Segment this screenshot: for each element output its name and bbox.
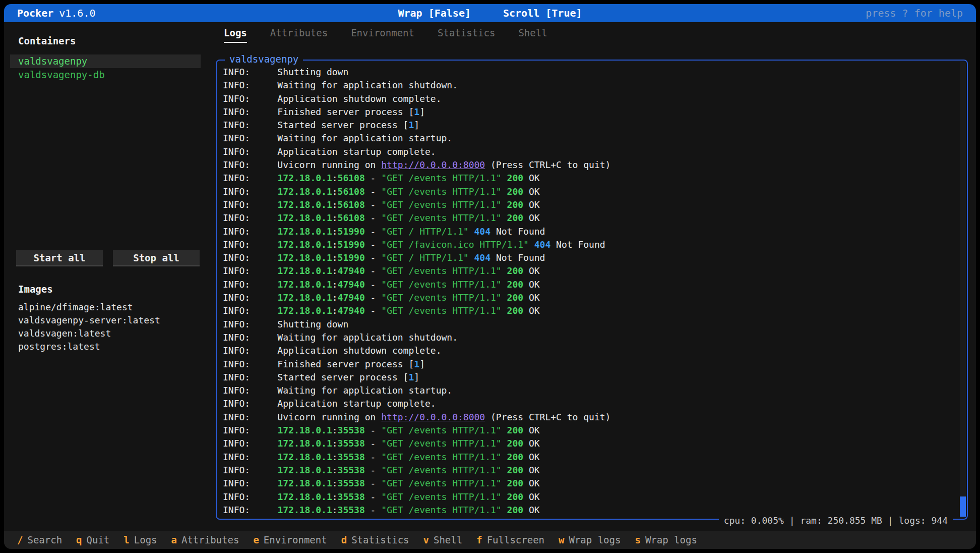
tab-bar: LogsAttributesEnvironmentStatisticsShell — [224, 27, 547, 43]
log-line: INFO: 172.18.0.1:56108 - "GET /events HT… — [223, 211, 956, 225]
key-label: Shell — [434, 534, 462, 545]
footer-key-0-search[interactable]: /Search — [17, 534, 62, 545]
images-heading: Images — [18, 284, 53, 295]
log-line: INFO: 172.18.0.1:35538 - "GET /events HT… — [223, 437, 956, 450]
wrap-toggle[interactable]: Wrap [False] — [398, 7, 471, 19]
header-right: press ? for help — [582, 7, 963, 19]
log-line: INFO: Waiting for application startup. — [223, 132, 956, 145]
footer-keybar: /SearchqQuitlLogsaAttributeseEnvironment… — [4, 531, 976, 549]
key-label: Environment — [264, 534, 327, 545]
key-label: Quit — [87, 534, 110, 545]
image-item[interactable]: alpine/dfimage:latest — [18, 301, 202, 314]
footer-key-7-fullscreen[interactable]: fFullscreen — [476, 534, 544, 545]
key-glyph: / — [17, 534, 23, 545]
log-line: INFO: 172.18.0.1:56108 - "GET /events HT… — [223, 172, 956, 185]
app-title: Pocker — [17, 7, 53, 19]
key-glyph: s — [635, 534, 640, 545]
log-panel-title: valdsvagenpy — [225, 53, 303, 65]
log-line: INFO: 172.18.0.1:35538 - "GET /events HT… — [223, 451, 956, 464]
log-line: INFO: 172.18.0.1:51990 - "GET / HTTP/1.1… — [223, 225, 956, 238]
containers-heading: Containers — [18, 35, 76, 46]
scroll-toggle[interactable]: Scroll [True] — [503, 7, 582, 19]
log-line: INFO: Waiting for application startup. — [223, 384, 956, 397]
scrollbar-thumb[interactable] — [960, 496, 966, 517]
header-left: Pocker v1.6.0 — [17, 7, 398, 19]
log-scrollbar[interactable] — [960, 62, 966, 518]
key-glyph: f — [476, 534, 482, 545]
key-glyph: d — [341, 534, 347, 545]
key-label: Wrap logs — [569, 534, 621, 545]
log-line: INFO: Finished server process [1] — [223, 358, 956, 371]
log-line: INFO: 172.18.0.1:51990 - "GET / HTTP/1.1… — [223, 251, 956, 264]
app-version: v1.6.0 — [59, 7, 95, 19]
footer-key-1-quit[interactable]: qQuit — [76, 534, 109, 545]
log-line: INFO: Waiting for application shutdown. — [223, 331, 956, 344]
log-line: INFO: Application startup complete. — [223, 145, 956, 158]
image-list: alpine/dfimage:latestvaldsvagenpy-server… — [18, 301, 202, 353]
log-line: INFO: Application shutdown complete. — [223, 92, 956, 105]
log-line: INFO: 172.18.0.1:47940 - "GET /events HT… — [223, 291, 956, 304]
container-list: valdsvagenpyvaldsvagenpy-db — [10, 54, 201, 82]
key-glyph: l — [124, 534, 129, 545]
log-panel: valdsvagenpy INFO: Shutting downINFO: Wa… — [216, 60, 968, 520]
key-glyph: a — [171, 534, 177, 545]
tab-logs[interactable]: Logs — [224, 27, 247, 43]
container-item-valdsvagenpy-db[interactable]: valdsvagenpy-db — [10, 68, 201, 82]
footer-key-9-wrap-logs[interactable]: sWrap logs — [635, 534, 697, 545]
log-line: INFO: 172.18.0.1:56108 - "GET /events HT… — [223, 198, 956, 211]
log-line: INFO: 172.18.0.1:47940 - "GET /events HT… — [223, 278, 956, 291]
start-all-button[interactable]: Start all — [16, 250, 103, 266]
footer-key-3-attributes[interactable]: aAttributes — [171, 534, 239, 545]
image-item[interactable]: valdsvagenpy-server:latest — [18, 314, 202, 327]
log-line: INFO: Application shutdown complete. — [223, 344, 956, 357]
header-toggles: Wrap [False] Scroll [True] — [398, 7, 582, 19]
sidebar: Containers valdsvagenpyvaldsvagenpy-db S… — [4, 22, 206, 531]
help-hint: press ? for help — [866, 7, 963, 19]
footer-key-6-shell[interactable]: vShell — [423, 534, 463, 545]
container-item-valdsvagenpy[interactable]: valdsvagenpy — [10, 54, 201, 68]
stop-all-button[interactable]: Stop all — [113, 250, 200, 266]
footer-key-8-wrap-logs[interactable]: wWrap logs — [559, 534, 621, 545]
key-label: Wrap logs — [645, 534, 697, 545]
log-line: INFO: 172.18.0.1:35538 - "GET /events HT… — [223, 477, 956, 490]
log-line: INFO: 172.18.0.1:56108 - "GET /events HT… — [223, 185, 956, 198]
log-line: INFO: Uvicorn running on http://0.0.0.0:… — [223, 158, 956, 172]
log-line: INFO: 172.18.0.1:47940 - "GET /events HT… — [223, 304, 956, 317]
footer-key-4-environment[interactable]: eEnvironment — [253, 534, 327, 545]
header-bar: Pocker v1.6.0 Wrap [False] Scroll [True]… — [4, 4, 976, 22]
tab-attributes[interactable]: Attributes — [270, 27, 328, 43]
key-glyph: e — [253, 534, 259, 545]
container-actions: Start all Stop all — [16, 250, 200, 266]
log-line: INFO: Shutting down — [223, 318, 956, 331]
image-item[interactable]: postgres:latest — [18, 340, 202, 353]
footer-key-2-logs[interactable]: lLogs — [124, 534, 157, 545]
resource-status: cpu: 0.005% | ram: 250.855 MB | logs: 94… — [719, 515, 953, 526]
log-line: INFO: 172.18.0.1:35538 - "GET /events HT… — [223, 464, 956, 477]
key-glyph: q — [76, 534, 82, 545]
key-label: Statistics — [351, 534, 409, 545]
image-item[interactable]: valdsvagen:latest — [18, 327, 202, 340]
log-line: INFO: 172.18.0.1:35538 - "GET /events HT… — [223, 490, 956, 504]
key-glyph: w — [559, 534, 564, 545]
key-glyph: v — [423, 534, 429, 545]
log-line: INFO: Started server process [1] — [223, 119, 956, 132]
log-line: INFO: Waiting for application shutdown. — [223, 79, 956, 92]
log-line: INFO: Shutting down — [223, 66, 956, 79]
log-line: INFO: Finished server process [1] — [223, 105, 956, 119]
key-label: Search — [27, 534, 62, 545]
tab-shell[interactable]: Shell — [518, 27, 547, 43]
tab-statistics[interactable]: Statistics — [438, 27, 495, 43]
log-line: INFO: Application startup complete. — [223, 397, 956, 410]
app-window: Pocker v1.6.0 Wrap [False] Scroll [True]… — [4, 4, 976, 549]
log-line: INFO: 172.18.0.1:35538 - "GET /events HT… — [223, 424, 956, 437]
key-label: Fullscreen — [487, 534, 544, 545]
log-output[interactable]: INFO: Shutting downINFO: Waiting for app… — [223, 66, 956, 518]
main-area: LogsAttributesEnvironmentStatisticsShell… — [206, 22, 976, 531]
key-label: Attributes — [181, 534, 239, 545]
body-area: Containers valdsvagenpyvaldsvagenpy-db S… — [4, 22, 976, 531]
log-line: INFO: 172.18.0.1:51990 - "GET /favicon.i… — [223, 238, 956, 251]
footer-key-5-statistics[interactable]: dStatistics — [341, 534, 409, 545]
tab-environment[interactable]: Environment — [351, 27, 414, 43]
key-label: Logs — [134, 534, 157, 545]
log-line: INFO: Started server process [1] — [223, 371, 956, 384]
